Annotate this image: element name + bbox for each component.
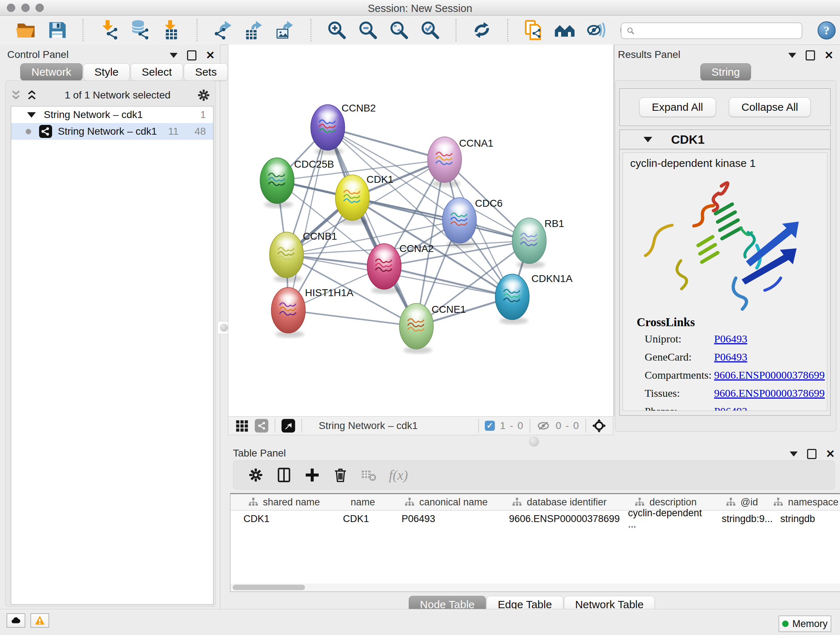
node-CCNA1[interactable]: CCNA1 [428,137,493,187]
protein-card-expand-icon[interactable] [644,137,652,142]
add-column-icon[interactable] [304,467,320,483]
fit-content-button[interactable] [387,19,411,42]
show-columns-icon[interactable] [276,467,292,483]
table-cell[interactable]: CDK1 [333,512,392,525]
selected-checkbox-icon[interactable]: ✓ [485,421,495,431]
network-graph: CCNB2CCNA1CDC25BCDK1CDC6RB1CCNB1CCNA2CDK… [228,44,614,416]
crosslink-row-pharos-: Pharos:P06493 [645,405,827,411]
node-RB1[interactable]: RB1 [512,218,564,268]
control-panel-collapse-icon[interactable] [170,53,178,58]
column-header-database-identifier[interactable]: database identifier [500,494,619,510]
toolbar-separator [507,19,508,41]
export-image-button[interactable] [273,19,297,42]
column-header-canonical-name[interactable]: canonical name [392,494,500,510]
network-edge[interactable] [352,198,529,241]
table-panel-float-icon[interactable] [807,449,816,459]
update-network-button[interactable] [470,19,493,42]
crosslink-link[interactable]: P06493 [714,351,747,363]
export-image-icon [275,19,295,41]
collection-expand-icon[interactable] [27,112,36,118]
grid-view-icon[interactable] [235,418,249,433]
control-panel-close-icon[interactable]: ✕ [206,51,215,59]
network-canvas[interactable]: CCNB2CCNA1CDC25BCDK1CDC6RB1CCNB1CCNA2CDK… [228,44,614,416]
crosslink-link[interactable]: P06493 [714,405,747,411]
table-cell[interactable]: stringdb [771,512,840,525]
results-panel-collapse-icon[interactable] [788,53,796,58]
birds-eye-view-icon[interactable] [281,418,295,433]
hide-selected-button[interactable] [584,19,607,42]
table-cell[interactable]: cyclin-dependent ... [619,512,712,525]
node-CCNE1[interactable]: CCNE1 [399,303,466,354]
results-panel-close-icon[interactable]: ✕ [824,51,834,59]
collapse-all-icon[interactable] [9,89,22,102]
crosslink-link[interactable]: 9606.ENSP00000378699 [714,369,825,381]
table-cell[interactable]: CDK1 [234,512,333,525]
warnings-button[interactable] [30,613,49,628]
help-button[interactable]: ? [818,21,836,40]
network-row[interactable]: String Network – cdk1 11 48 [11,123,213,140]
table-cell[interactable]: stringdb:9... [712,512,771,525]
node-CCNB2[interactable]: CCNB2 [311,103,376,155]
network-edge[interactable] [288,310,416,326]
crosslink-link[interactable]: 9606.ENSP00000378699 [714,387,825,399]
hidden-eye-icon[interactable] [536,418,551,433]
node-CDKN1A[interactable]: CDKN1A [495,273,573,325]
delete-table-icon [361,467,377,483]
network-options-gear-icon[interactable] [197,88,210,102]
zoom-in-button[interactable] [325,19,348,42]
network-edge[interactable] [288,127,328,310]
tab-style[interactable]: Style [83,63,130,81]
network-type-icon [39,125,52,138]
zoom-selected-button[interactable] [418,19,442,42]
expand-all-icon[interactable] [25,89,38,102]
clone-network-button[interactable] [522,19,545,42]
network-edge[interactable] [384,266,512,297]
save-session-button[interactable] [46,19,69,42]
tab-network[interactable]: Network [20,63,82,81]
main-toolbar: ? [0,16,840,45]
table-panel-collapse-icon[interactable] [790,451,798,456]
import-network-from-file-button[interactable] [97,19,120,42]
tab-string[interactable]: String [700,63,751,81]
table-cell[interactable]: 9606.ENSP00000378699 [500,512,619,525]
control-panel-float-icon[interactable] [187,50,196,60]
column-header--id[interactable]: @id [712,494,771,510]
tab-sets[interactable]: Sets [184,63,228,81]
table-cell[interactable]: P06493 [392,512,500,525]
tab-select[interactable]: Select [131,63,183,81]
table-panel-title: Table Panel [233,448,286,459]
column-header-name[interactable]: name [333,494,393,510]
import-table-from-file-button[interactable] [159,19,183,42]
results-panel-float-icon[interactable] [806,50,815,60]
protein-card-header[interactable]: CDK1 [620,130,830,149]
zoom-out-button[interactable] [356,19,379,42]
delete-column-icon[interactable] [332,467,348,483]
import-network-from-database-button[interactable] [128,19,152,42]
node-CCNB1[interactable]: CCNB1 [270,231,337,282]
search-input[interactable] [635,25,802,37]
crosshair-icon[interactable] [592,418,606,433]
title-bar: Session: New Session [0,0,840,16]
first-neighbors-button[interactable] [553,19,576,42]
crosslink-link[interactable]: P06493 [714,333,747,345]
node-CDC25B[interactable]: CDC25B [260,158,334,208]
protein-description: cyclin-dependent kinase 1 [623,153,827,169]
export-network-button[interactable] [211,19,234,42]
node-HIST1H1A[interactable]: HIST1H1A [271,287,354,338]
network-overview-icon[interactable] [254,418,269,433]
export-table-button[interactable] [242,19,265,42]
memory-button[interactable]: Memory [778,616,831,632]
shared-column-icon [512,497,523,508]
table-panel-close-icon[interactable]: ✕ [826,450,835,458]
column-header-shared-name[interactable]: shared name [234,494,334,510]
network-collection-row[interactable]: String Network – cdk1 1 [11,106,213,123]
scrollbar-thumb[interactable] [233,585,305,590]
table-settings-gear-icon[interactable] [248,467,264,483]
collapse-all-button[interactable]: Collapse All [729,97,811,117]
table-horizontal-scrollbar[interactable] [230,584,840,592]
column-header-namespace[interactable]: namespace [771,494,840,510]
cloud-status-button[interactable] [6,613,25,628]
open-session-button[interactable] [14,19,38,42]
expand-all-button[interactable]: Expand All [639,97,716,117]
results-panel: Results Panel ✕ String Expand All Collap… [615,44,840,435]
